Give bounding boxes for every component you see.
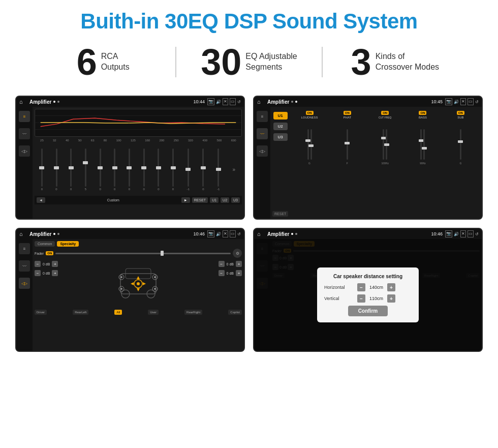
svg-point-14 bbox=[154, 288, 156, 290]
wave-icon-btn-3[interactable]: 〰 bbox=[19, 260, 30, 272]
app-name-3: Amplifier bbox=[29, 231, 51, 237]
eq-icon-btn[interactable]: ≡ bbox=[19, 111, 30, 122]
phat-sliders bbox=[347, 120, 348, 161]
speaker-icon-btn-3[interactable]: ◁▷ bbox=[19, 278, 30, 289]
window-icon-3: ▭ bbox=[230, 230, 236, 237]
fader-track bbox=[55, 253, 231, 254]
camera-icon-2: 📷 bbox=[445, 98, 452, 105]
dot-3 bbox=[291, 101, 293, 103]
sub-on[interactable]: ON bbox=[457, 111, 464, 115]
stat-number-rca: 6 bbox=[77, 44, 97, 80]
plus-btn-3[interactable]: + bbox=[236, 261, 242, 267]
home-icon-2: ⌂ bbox=[257, 98, 264, 105]
vertical-minus[interactable]: − bbox=[357, 294, 365, 303]
preset-u2[interactable]: U2 bbox=[273, 123, 288, 130]
amp-presets: U1 U2 U3 RESET bbox=[272, 109, 288, 217]
sub-ctrl: ON SUB G bbox=[443, 111, 479, 215]
reset-btn-2[interactable]: RESET bbox=[272, 211, 288, 217]
minus-btn-4[interactable]: − bbox=[219, 270, 225, 276]
tab-specialty[interactable]: Specialty bbox=[57, 241, 79, 247]
eq-freq-labels: 2532 4050 6380 100125 160200 250320 4005… bbox=[35, 139, 242, 142]
dialog-title: Car speaker distance setting bbox=[324, 274, 412, 279]
vertical-plus[interactable]: + bbox=[387, 294, 395, 303]
loudness-on[interactable]: ON bbox=[306, 111, 314, 115]
minus-btn-3[interactable]: − bbox=[219, 261, 225, 267]
loudness-ctrl: ON LOUDNESS G bbox=[291, 111, 327, 215]
app-name-4: Amplifier bbox=[267, 231, 289, 237]
preset-u3[interactable]: U3 bbox=[273, 133, 288, 141]
plus-btn-4[interactable]: + bbox=[236, 270, 242, 276]
plus-btn-2[interactable]: + bbox=[52, 270, 58, 276]
label-rearright[interactable]: RearRight bbox=[184, 310, 202, 315]
preset-u1[interactable]: U1 bbox=[273, 112, 288, 120]
screen4-body: ≡ 〰 ◁▷ Common Specialty Fader ON bbox=[254, 239, 482, 351]
horizontal-minus[interactable]: − bbox=[357, 283, 365, 291]
stat-crossover: 3 Kinds ofCrossover Modes bbox=[323, 44, 468, 80]
eq-icon-btn-3[interactable]: ≡ bbox=[19, 243, 30, 254]
play-btn[interactable]: ► bbox=[181, 197, 190, 203]
page-header: Buith-in 30EQ DSP Sound System bbox=[0, 0, 498, 39]
svg-marker-17 bbox=[137, 276, 140, 279]
cutfreq-on[interactable]: ON bbox=[381, 111, 389, 115]
camera-icon-1: 📷 bbox=[207, 98, 214, 105]
eq-svg bbox=[35, 109, 241, 136]
u1-btn[interactable]: U1 bbox=[210, 197, 219, 203]
label-driver[interactable]: Driver bbox=[35, 310, 47, 315]
screen2-body: ≡ 〰 ◁▷ U1 U2 U3 RESET bbox=[254, 107, 482, 219]
back-icon-2: ↺ bbox=[475, 100, 479, 104]
close-icon-3: ✕ bbox=[223, 230, 228, 237]
status-icons-2: 10:45 📷 🔊 ✕ ▭ ↺ bbox=[430, 98, 479, 105]
dialog-row-horizontal: Horizontal − 140cm + bbox=[324, 283, 412, 291]
svg-point-16 bbox=[137, 282, 140, 285]
speaker-icon-btn[interactable]: ◁▷ bbox=[19, 145, 30, 157]
cutfreq-sliders bbox=[383, 120, 387, 161]
eq-slider-12: -1 bbox=[217, 148, 220, 191]
cross-bottom-labels: Driver RearLeft All User RearRight Copil… bbox=[35, 310, 242, 315]
sub-label: SUB bbox=[457, 116, 463, 119]
eq-scroll-right[interactable]: » bbox=[233, 167, 236, 172]
minus-btn-2[interactable]: − bbox=[35, 270, 41, 276]
screen1-body: ≡ 〰 ◁▷ bbox=[16, 107, 244, 219]
amp-main: U1 U2 U3 RESET ON LOUDNESS bbox=[270, 107, 482, 219]
dialog-overlay: Car speaker distance setting Horizontal … bbox=[254, 239, 482, 351]
svg-marker-19 bbox=[131, 282, 134, 285]
vertical-control: − 110cm + bbox=[357, 294, 395, 303]
db-ctrl-4: − 0 dB + bbox=[219, 270, 242, 276]
phat-on[interactable]: ON bbox=[344, 111, 351, 115]
reset-btn[interactable]: RESET bbox=[192, 197, 208, 203]
confirm-button[interactable]: Confirm bbox=[348, 306, 388, 316]
fader-row: Fader ON ⚙ bbox=[35, 249, 242, 258]
back-icon-4: ↺ bbox=[475, 232, 479, 236]
label-rearleft[interactable]: RearLeft bbox=[73, 310, 88, 315]
eq-slider-3: 5 bbox=[85, 148, 86, 191]
u3-btn[interactable]: U3 bbox=[231, 197, 240, 203]
plus-btn-1[interactable]: + bbox=[52, 261, 58, 267]
status-bar-4: ⌂ Amplifier 10:46 📷 🔊 ✕ ▭ ↺ bbox=[254, 229, 482, 239]
horizontal-plus[interactable]: + bbox=[387, 283, 395, 291]
prev-btn[interactable]: ◄ bbox=[37, 197, 45, 203]
wave-icon-btn-2[interactable]: 〰 bbox=[257, 128, 268, 139]
minus-btn-1[interactable]: − bbox=[35, 261, 41, 267]
fader-on[interactable]: ON bbox=[46, 251, 53, 255]
back-icon-3: ↺ bbox=[237, 232, 241, 236]
eq-bottom-bar: ◄ Custom ► RESET U1 U2 U3 bbox=[35, 196, 242, 204]
dot-7 bbox=[291, 233, 293, 235]
settings-wheel[interactable]: ⚙ bbox=[233, 249, 242, 258]
vertical-label: Vertical bbox=[324, 296, 357, 301]
wave-icon-btn[interactable]: 〰 bbox=[19, 128, 30, 139]
fader-label: Fader bbox=[35, 252, 44, 255]
eq-slider-11: 0 bbox=[202, 148, 204, 191]
label-all[interactable]: All bbox=[114, 310, 122, 315]
tab-common[interactable]: Common bbox=[35, 241, 55, 247]
speaker-icon-btn-2[interactable]: ◁▷ bbox=[257, 145, 268, 157]
screen-eq: ⌂ Amplifier 10:44 📷 🔊 ✕ ▭ ↺ ≡ 〰 ◁▷ bbox=[15, 96, 245, 220]
label-user[interactable]: User bbox=[148, 310, 159, 315]
stats-row: 6 RCAOutputs 30 EQ AdjustableSegments 3 … bbox=[0, 39, 498, 91]
eq-icon-btn-2[interactable]: ≡ bbox=[257, 111, 268, 122]
u2-btn[interactable]: U2 bbox=[221, 197, 229, 203]
phat-ctrl: ON PHAT F bbox=[329, 111, 365, 215]
time-1: 10:44 bbox=[193, 99, 205, 104]
bass-on[interactable]: ON bbox=[419, 111, 426, 115]
label-copilot[interactable]: Copilot bbox=[228, 310, 242, 315]
custom-label: Custom bbox=[47, 198, 179, 202]
